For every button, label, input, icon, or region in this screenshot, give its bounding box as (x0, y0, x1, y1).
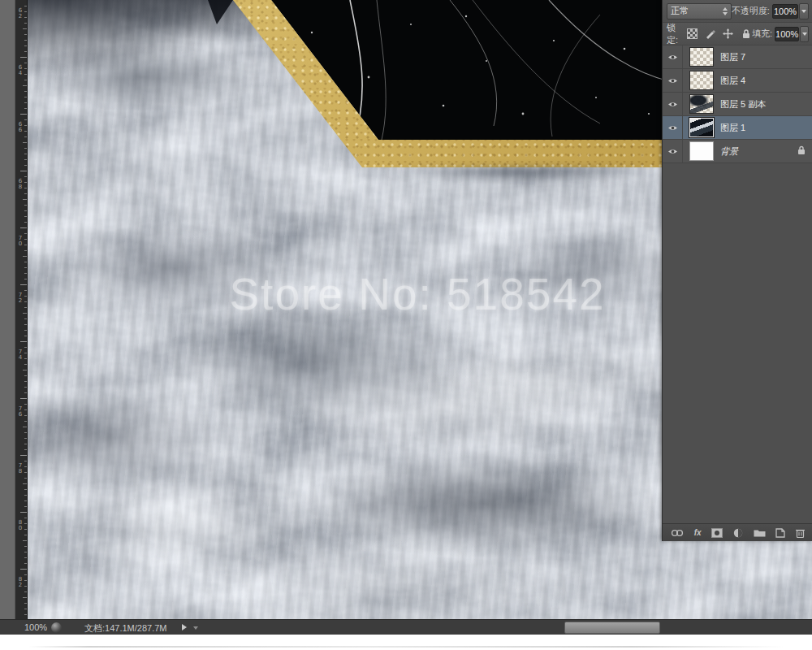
new-group-folder-icon[interactable] (754, 527, 766, 539)
status-flyout-chevron-icon[interactable] (193, 626, 198, 630)
layer-effects-fx-icon[interactable]: fx (694, 527, 702, 539)
eye-icon (667, 124, 678, 132)
layer-name: 图层 4 (720, 75, 745, 87)
lock-paint-brush-icon[interactable] (704, 28, 716, 40)
visibility-toggle[interactable] (663, 140, 683, 162)
visibility-toggle[interactable] (663, 93, 683, 115)
blend-mode-value: 正常 (671, 5, 689, 17)
horizontal-scrollbar-thumb[interactable] (564, 622, 660, 634)
zoom-level-field[interactable]: 100% (24, 622, 47, 632)
layer-row-1-selected[interactable]: 图层 1 (663, 116, 812, 140)
layers-panel: 正常 不透明度: 100% 锁定: 填充: (662, 0, 812, 541)
layers-panel-footer: fx (663, 523, 812, 541)
chevron-down-icon (802, 32, 807, 36)
new-layer-icon[interactable] (775, 527, 785, 539)
status-flyout-arrow-icon[interactable] (182, 624, 187, 630)
photoshop-window: 6 26 46 66 87 07 27 47 67 88 08 2 (0, 0, 812, 650)
dropdown-spinner-icon (723, 7, 728, 15)
lock-row: 锁定: 填充: 100% (663, 23, 812, 46)
layer-thumbnail[interactable] (689, 71, 714, 90)
visibility-toggle[interactable] (663, 69, 683, 92)
eye-icon (667, 54, 678, 61)
status-knob-icon (51, 622, 62, 633)
link-layers-icon[interactable] (671, 527, 684, 539)
layer-name: 图层 7 (720, 51, 745, 63)
page-margin (0, 635, 812, 650)
tool-panel-edge (0, 0, 15, 619)
background-lock-icon (797, 144, 806, 158)
eye-icon (667, 101, 678, 108)
layer-thumbnail[interactable] (689, 141, 714, 161)
opacity-input[interactable]: 100% (772, 4, 798, 19)
vertical-ruler: 6 26 46 66 87 07 27 47 67 88 08 2 (15, 0, 28, 619)
fill-input[interactable]: 100% (775, 27, 799, 41)
gold-band-shadow (377, 167, 669, 195)
layer-row-4[interactable]: 图层 4 (663, 69, 812, 93)
status-bar: 100% 文档:147.1M/287.7M (0, 619, 812, 635)
visibility-toggle[interactable] (663, 46, 683, 68)
add-layer-mask-icon[interactable] (711, 527, 723, 539)
fill-dropdown-button[interactable] (800, 26, 809, 42)
lock-all-padlock-icon[interactable] (740, 28, 752, 40)
opacity-dropdown-button[interactable] (799, 3, 809, 20)
opacity-label: 不透明度: (732, 5, 770, 17)
scan-artifact-line (28, 646, 784, 648)
lock-label: 锁定: (667, 22, 683, 46)
layer-name: 图层 1 (720, 122, 745, 134)
visibility-toggle[interactable] (663, 116, 683, 139)
chevron-down-icon (801, 10, 806, 13)
layer-thumbnail[interactable] (689, 47, 714, 67)
layer-name: 图层 5 副本 (720, 98, 766, 110)
lock-position-move-icon[interactable] (722, 28, 734, 40)
watermark-text: Store No: 518542 (149, 268, 685, 320)
layer-row-7[interactable]: 图层 7 (663, 46, 812, 69)
layer-row-background[interactable]: 背景 (663, 140, 812, 163)
layer-name: 背景 (720, 145, 738, 158)
blend-mode-row: 正常 不透明度: 100% (663, 0, 812, 23)
eye-icon (667, 77, 678, 84)
eye-icon (667, 148, 678, 155)
delete-layer-trash-icon[interactable] (796, 527, 805, 539)
layers-panel-empty-area (663, 163, 812, 523)
layer-thumbnail[interactable] (689, 118, 714, 137)
fill-label: 填充: (752, 28, 772, 40)
adjustment-layer-icon[interactable] (733, 527, 743, 539)
layer-thumbnail[interactable] (689, 94, 714, 114)
lock-transparency-icon[interactable] (686, 28, 698, 40)
document-size-info: 文档:147.1M/287.7M (84, 622, 167, 635)
layer-row-5-copy[interactable]: 图层 5 副本 (663, 93, 812, 116)
blend-mode-dropdown[interactable]: 正常 (667, 3, 732, 20)
